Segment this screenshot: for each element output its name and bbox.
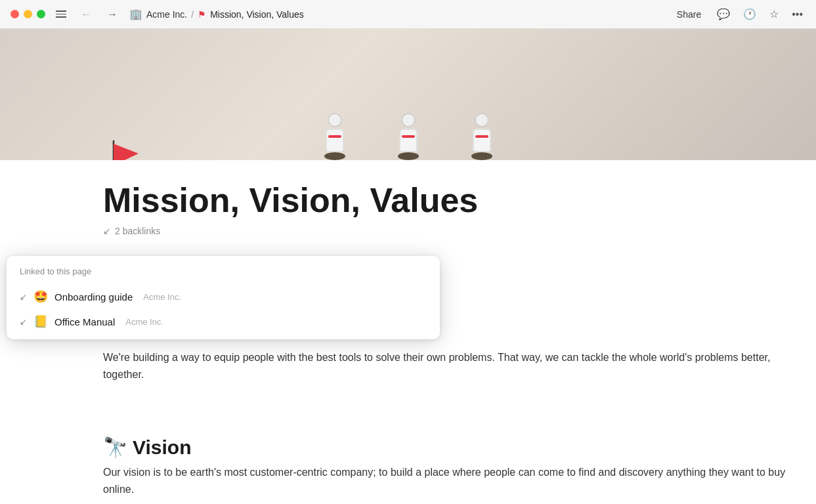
onboarding-emoji: 🤩: [33, 289, 48, 304]
breadcrumb-separator: /: [191, 9, 194, 20]
more-options-button[interactable]: •••: [789, 6, 805, 23]
minimize-dot[interactable]: [24, 10, 32, 18]
astronaut-base: [398, 152, 419, 160]
astronaut-head: [328, 113, 342, 127]
astronaut-body: [399, 129, 418, 152]
history-button[interactable]: 🕐: [741, 5, 759, 23]
title-bar: ← → 🏢 Acme Inc. / ⚑ Mission, Vision, Val…: [0, 0, 816, 29]
breadcrumb: 🏢 Acme Inc. / ⚑ Mission, Vision, Values: [129, 8, 664, 20]
astronaut-center: [398, 113, 419, 160]
office-manual-workspace: Acme Inc.: [125, 317, 163, 327]
favorite-button[interactable]: ☆: [767, 5, 781, 23]
mission-body: We're building a way to equip people wit…: [103, 344, 796, 383]
vision-body-text: Our vision is to be earth's most custome…: [103, 464, 796, 497]
backlink-arrow-icon-2: ↙: [20, 317, 27, 327]
back-button[interactable]: ←: [77, 6, 95, 23]
astronaut-head: [475, 113, 489, 127]
astronaut-body: [326, 129, 344, 152]
sidebar-toggle-button[interactable]: [53, 8, 69, 20]
mission-body-text: We're building a way to equip people wit…: [103, 349, 796, 383]
backlinks-popup: Linked to this page ↙ 🤩 Onboarding guide…: [7, 256, 440, 339]
backlink-arrow-icon: ↙: [20, 292, 27, 302]
astronaut-head: [401, 113, 416, 127]
comment-button[interactable]: 💬: [714, 5, 733, 23]
office-manual-title: Office Manual: [54, 316, 115, 327]
backlinks-count: 2 backlinks: [115, 226, 160, 236]
hamburger-line: [56, 16, 66, 18]
onboarding-workspace: Acme Inc.: [143, 292, 181, 302]
forward-button[interactable]: →: [103, 6, 121, 23]
backlink-icon: ↙: [103, 226, 111, 236]
hero-image: [0, 29, 816, 160]
flag-decoration: [107, 140, 146, 160]
vision-section: 🔭 Vision Our vision is to be earth's mos…: [103, 412, 796, 497]
page-title: Mission, Vision, Values: [103, 181, 713, 220]
toolbar-right: Share 💬 🕐 ☆ •••: [672, 5, 805, 23]
astronaut-base: [324, 152, 345, 160]
vision-heading: 🔭 Vision: [103, 436, 796, 459]
breadcrumb-page: Mission, Vision, Values: [210, 9, 304, 20]
hamburger-line: [56, 10, 66, 12]
popup-header: Linked to this page: [7, 266, 440, 284]
backlink-item-office-manual[interactable]: ↙ 📒 Office Manual Acme Inc.: [7, 309, 440, 334]
vision-heading-text: Vision: [133, 436, 191, 459]
page-content: Mission, Vision, Values ↙ 2 backlinks: [0, 160, 816, 236]
breadcrumb-workspace: Acme Inc.: [146, 9, 187, 20]
close-dot[interactable]: [11, 10, 19, 18]
maximize-dot[interactable]: [37, 10, 45, 18]
window-controls: [11, 10, 45, 18]
astronaut-group: [324, 113, 492, 160]
page-icon-area: [103, 160, 713, 173]
vision-icon: 🔭: [103, 436, 127, 459]
share-button[interactable]: Share: [672, 7, 706, 22]
astronaut-right: [471, 113, 492, 160]
astronaut-body: [473, 129, 491, 152]
office-manual-emoji: 📒: [33, 314, 48, 329]
astronaut-base: [471, 152, 492, 160]
onboarding-title: Onboarding guide: [54, 291, 133, 303]
backlink-item-onboarding[interactable]: ↙ 🤩 Onboarding guide Acme Inc.: [7, 284, 440, 309]
workspace-icon: 🏢: [129, 8, 142, 20]
backlinks-row[interactable]: ↙ 2 backlinks: [103, 226, 713, 236]
hamburger-line: [56, 14, 66, 15]
astronaut-left: [324, 113, 345, 160]
page-flag-icon: ⚑: [198, 9, 206, 20]
svg-marker-1: [114, 144, 139, 160]
